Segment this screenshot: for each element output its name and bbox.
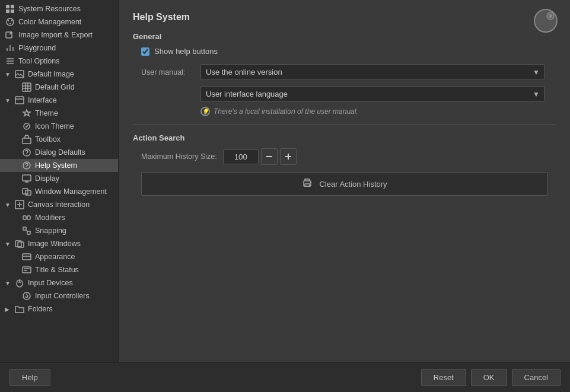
show-help-buttons-label[interactable]: Show help buttons bbox=[154, 47, 218, 56]
input-controllers-icon bbox=[21, 291, 32, 301]
sidebar-label: Icon Theme bbox=[35, 122, 74, 130]
svg-rect-36 bbox=[27, 216, 30, 219]
footer: Help Reset OK Cancel bbox=[0, 362, 570, 392]
sidebar-item-image-windows[interactable]: ▼ Image Windows bbox=[0, 237, 118, 250]
help-circle-icon bbox=[533, 8, 558, 33]
canvas-icon bbox=[14, 200, 25, 209]
language-row: User interface languageEnglishGermanFren… bbox=[200, 86, 556, 102]
sidebar-label: Snapping bbox=[35, 227, 66, 235]
sidebar-item-modifiers[interactable]: Modifiers bbox=[0, 211, 118, 224]
decrement-button[interactable] bbox=[261, 148, 278, 165]
svg-rect-42 bbox=[23, 254, 31, 260]
sidebar-label: Default Image bbox=[28, 70, 74, 78]
language-select-wrapper: User interface languageEnglishGermanFren… bbox=[200, 86, 544, 102]
svg-rect-24 bbox=[23, 138, 31, 144]
svg-rect-2 bbox=[6, 9, 9, 13]
sidebar-item-dialog-defaults[interactable]: Dialog Defaults bbox=[0, 146, 118, 159]
sidebar-label: System Resources bbox=[18, 5, 81, 13]
svg-point-6 bbox=[11, 20, 12, 21]
sidebar-label: Input Controllers bbox=[35, 292, 90, 300]
sidebar-item-color-management[interactable]: Color Management bbox=[0, 15, 118, 28]
print-icon bbox=[301, 177, 313, 191]
sidebar-item-playground[interactable]: Playground bbox=[0, 42, 118, 55]
sidebar-item-help-system[interactable]: Help System bbox=[0, 159, 118, 172]
expand-arrow-icon: ▶ bbox=[5, 306, 13, 313]
tool-options-icon bbox=[5, 56, 15, 66]
svg-point-4 bbox=[7, 18, 14, 26]
sidebar-item-canvas-interaction[interactable]: ▼ Canvas Interaction bbox=[0, 198, 118, 211]
default-image-icon bbox=[14, 69, 25, 79]
sidebar-item-default-grid[interactable]: Default Grid bbox=[0, 81, 118, 94]
sidebar-item-default-image[interactable]: ▼ Default Image bbox=[0, 68, 118, 81]
sidebar-item-snapping[interactable]: Snapping bbox=[0, 224, 118, 237]
user-manual-label: User manual: bbox=[141, 68, 200, 77]
svg-point-54 bbox=[549, 14, 552, 18]
playground-icon bbox=[5, 43, 15, 53]
sidebar-label: Theme bbox=[35, 109, 58, 117]
cancel-button[interactable]: Cancel bbox=[512, 369, 561, 386]
general-section-header: General bbox=[133, 32, 556, 41]
svg-rect-16 bbox=[23, 83, 31, 91]
svg-point-14 bbox=[8, 63, 9, 65]
svg-rect-0 bbox=[6, 5, 9, 8]
sidebar-item-tool-options[interactable]: Tool Options bbox=[0, 55, 118, 68]
help-button[interactable]: Help bbox=[9, 369, 50, 386]
max-history-label: Maximum History Size: bbox=[141, 152, 217, 161]
sidebar-item-interface[interactable]: ▼ Interface bbox=[0, 94, 118, 107]
svg-point-52 bbox=[534, 9, 557, 32]
reset-button[interactable]: Reset bbox=[421, 369, 466, 386]
svg-point-7 bbox=[9, 23, 11, 24]
sidebar-item-appearance[interactable]: Appearance bbox=[0, 250, 118, 263]
increment-button[interactable] bbox=[280, 148, 297, 165]
info-text: There's a local installation of the user… bbox=[214, 107, 358, 116]
ok-button[interactable]: OK bbox=[471, 369, 507, 386]
sidebar-item-window-management[interactable]: Window Management bbox=[0, 185, 118, 198]
sidebar-item-system-resources[interactable]: System Resources bbox=[0, 2, 118, 15]
svg-point-5 bbox=[8, 20, 9, 21]
user-manual-select-wrapper: Use the online versionUse local version … bbox=[200, 64, 544, 80]
sidebar-item-folders[interactable]: ▶ Folders bbox=[0, 302, 118, 315]
sidebar-label: Image Windows bbox=[28, 240, 81, 248]
language-select[interactable]: User interface languageEnglishGermanFren… bbox=[200, 86, 544, 102]
info-icon: 💡 bbox=[200, 107, 210, 116]
clear-action-history-button[interactable]: Clear Action History bbox=[141, 172, 547, 196]
sidebar-item-image-import-export[interactable]: Image Import & Export bbox=[0, 28, 118, 42]
sidebar-label: Title & Status bbox=[35, 266, 79, 274]
history-row: Maximum History Size: bbox=[141, 148, 556, 165]
sidebar-label: Color Management bbox=[18, 18, 81, 26]
content-inner: Help System General Show help buttons Us… bbox=[119, 0, 570, 362]
theme-icon bbox=[21, 109, 32, 118]
sidebar-item-theme[interactable]: Theme bbox=[0, 107, 118, 120]
sidebar-label: Dialog Defaults bbox=[35, 148, 85, 157]
max-history-input[interactable] bbox=[223, 149, 259, 164]
sidebar-label: Input Devices bbox=[28, 279, 73, 287]
sidebar-item-input-controllers[interactable]: Input Controllers bbox=[0, 289, 118, 302]
sidebar-item-icon-theme[interactable]: Icon Theme bbox=[0, 120, 118, 133]
sidebar-item-input-devices[interactable]: ▼ Input Devices bbox=[0, 276, 118, 289]
show-help-buttons-checkbox[interactable] bbox=[141, 47, 149, 56]
svg-point-60 bbox=[310, 182, 311, 183]
sidebar-label: Interface bbox=[28, 96, 57, 104]
user-manual-select[interactable]: Use the online versionUse local version bbox=[200, 64, 544, 80]
grid-icon bbox=[5, 4, 15, 14]
sidebar-label: Default Grid bbox=[35, 83, 75, 91]
action-search-header: Action Search bbox=[133, 133, 556, 142]
svg-rect-3 bbox=[11, 9, 14, 13]
sidebar-label: Canvas Interaction bbox=[28, 200, 90, 209]
expand-arrow-icon: ▼ bbox=[5, 97, 13, 104]
sidebar-label: Modifiers bbox=[35, 213, 65, 222]
content-area: Help System General Show help buttons Us… bbox=[119, 0, 570, 362]
svg-rect-29 bbox=[23, 175, 31, 181]
sidebar-item-toolbox[interactable]: Toolbox bbox=[0, 133, 118, 146]
svg-point-51 bbox=[26, 293, 27, 294]
sidebar-item-title-status[interactable]: Title & Status bbox=[0, 263, 118, 276]
action-search-section: Action Search Maximum History Size: bbox=[133, 133, 556, 196]
info-row: 💡 There's a local installation of the us… bbox=[200, 107, 556, 116]
svg-rect-1 bbox=[11, 5, 14, 8]
svg-point-28 bbox=[26, 168, 27, 168]
svg-rect-38 bbox=[27, 231, 30, 234]
svg-rect-37 bbox=[23, 227, 26, 230]
expand-arrow-icon: ▼ bbox=[5, 280, 13, 286]
icon-theme-icon bbox=[21, 122, 32, 131]
sidebar-item-display[interactable]: Display bbox=[0, 172, 118, 185]
